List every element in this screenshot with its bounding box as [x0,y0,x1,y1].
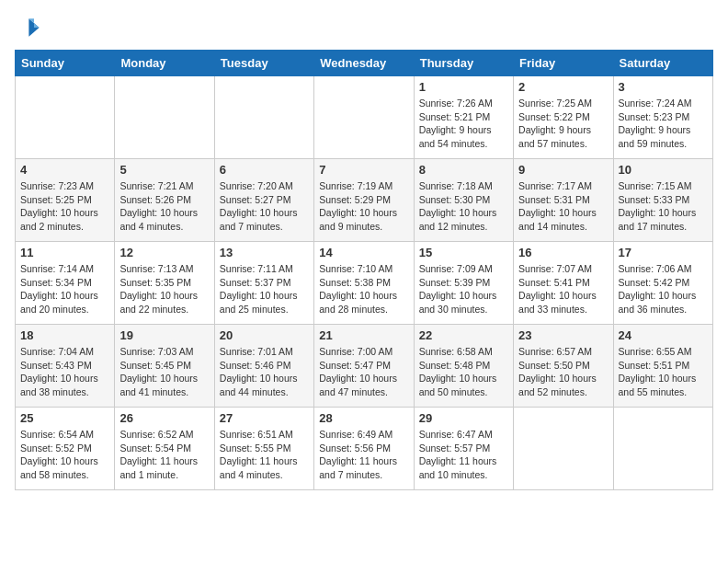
day-number: 18 [20,328,109,342]
day-cell [115,76,214,159]
day-number: 23 [518,328,608,342]
day-number: 13 [220,246,309,259]
day-info: Sunrise: 7:24 AM Sunset: 5:23 PM Dayligh… [619,97,708,151]
day-cell: 28Sunrise: 6:49 AM Sunset: 5:56 PM Dayli… [314,408,414,490]
day-cell: 3Sunrise: 7:24 AM Sunset: 5:23 PM Daylig… [613,76,712,159]
day-cell: 1Sunrise: 7:26 AM Sunset: 5:21 PM Daylig… [414,76,513,159]
header-cell-saturday: Saturday [613,51,712,76]
day-info: Sunrise: 7:00 AM Sunset: 5:47 PM Dayligh… [319,345,408,399]
day-info: Sunrise: 6:51 AM Sunset: 5:55 PM Dayligh… [220,428,309,482]
week-row-2: 11Sunrise: 7:14 AM Sunset: 5:34 PM Dayli… [16,242,713,325]
day-number: 11 [20,246,109,259]
day-info: Sunrise: 7:11 AM Sunset: 5:37 PM Dayligh… [220,262,309,316]
calendar-header: SundayMondayTuesdayWednesdayThursdayFrid… [16,51,713,76]
day-cell: 14Sunrise: 7:10 AM Sunset: 5:38 PM Dayli… [314,242,414,325]
day-number: 28 [319,411,408,425]
day-cell: 2Sunrise: 7:25 AM Sunset: 5:22 PM Daylig… [514,76,613,159]
day-cell: 15Sunrise: 7:09 AM Sunset: 5:39 PM Dayli… [414,242,513,325]
day-cell: 16Sunrise: 7:07 AM Sunset: 5:41 PM Dayli… [514,242,613,325]
day-cell: 8Sunrise: 7:18 AM Sunset: 5:30 PM Daylig… [414,159,513,242]
day-info: Sunrise: 6:52 AM Sunset: 5:54 PM Dayligh… [119,428,209,482]
day-info: Sunrise: 6:57 AM Sunset: 5:50 PM Dayligh… [518,345,608,399]
week-row-0: 1Sunrise: 7:26 AM Sunset: 5:21 PM Daylig… [16,76,713,159]
day-cell: 5Sunrise: 7:21 AM Sunset: 5:26 PM Daylig… [115,159,214,242]
day-cell: 25Sunrise: 6:54 AM Sunset: 5:52 PM Dayli… [16,408,115,490]
header-cell-friday: Friday [514,51,613,76]
day-number: 20 [220,328,309,342]
day-number: 6 [220,163,309,177]
calendar-body: 1Sunrise: 7:26 AM Sunset: 5:21 PM Daylig… [16,76,713,490]
day-info: Sunrise: 7:21 AM Sunset: 5:26 PM Dayligh… [119,179,209,234]
day-info: Sunrise: 7:01 AM Sunset: 5:46 PM Dayligh… [220,345,309,399]
header-row: SundayMondayTuesdayWednesdayThursdayFrid… [16,51,713,76]
day-info: Sunrise: 6:55 AM Sunset: 5:51 PM Dayligh… [619,345,708,399]
day-cell: 29Sunrise: 6:47 AM Sunset: 5:57 PM Dayli… [414,408,513,490]
day-number: 19 [119,328,209,342]
day-cell: 19Sunrise: 7:03 AM Sunset: 5:45 PM Dayli… [115,325,214,408]
header-cell-sunday: Sunday [16,51,115,76]
day-number: 21 [319,328,408,342]
day-number: 22 [419,328,508,342]
day-cell: 4Sunrise: 7:23 AM Sunset: 5:25 PM Daylig… [16,159,115,242]
day-number: 8 [419,163,508,177]
day-cell: 7Sunrise: 7:19 AM Sunset: 5:29 PM Daylig… [314,159,414,242]
day-cell: 21Sunrise: 7:00 AM Sunset: 5:47 PM Dayli… [314,325,414,408]
day-cell: 9Sunrise: 7:17 AM Sunset: 5:31 PM Daylig… [514,159,613,242]
day-cell: 24Sunrise: 6:55 AM Sunset: 5:51 PM Dayli… [613,325,712,408]
day-cell: 13Sunrise: 7:11 AM Sunset: 5:37 PM Dayli… [214,242,313,325]
day-info: Sunrise: 7:09 AM Sunset: 5:39 PM Dayligh… [419,262,508,316]
header-cell-thursday: Thursday [414,51,513,76]
day-info: Sunrise: 6:58 AM Sunset: 5:48 PM Dayligh… [419,345,508,399]
day-number: 5 [119,163,209,177]
day-number: 17 [619,246,708,259]
logo [15,15,44,40]
day-info: Sunrise: 7:06 AM Sunset: 5:42 PM Dayligh… [619,262,708,316]
day-number: 4 [20,163,109,177]
day-cell [613,408,712,490]
day-info: Sunrise: 7:13 AM Sunset: 5:35 PM Dayligh… [119,262,209,316]
day-info: Sunrise: 7:26 AM Sunset: 5:21 PM Dayligh… [419,97,508,151]
day-number: 3 [619,80,708,94]
day-number: 1 [419,80,508,94]
logo-icon [15,15,40,40]
day-cell: 10Sunrise: 7:15 AM Sunset: 5:33 PM Dayli… [613,159,712,242]
day-cell: 26Sunrise: 6:52 AM Sunset: 5:54 PM Dayli… [115,408,214,490]
day-number: 26 [119,411,209,425]
day-number: 24 [619,328,708,342]
week-row-3: 18Sunrise: 7:04 AM Sunset: 5:43 PM Dayli… [16,325,713,408]
day-cell [214,76,313,159]
week-row-1: 4Sunrise: 7:23 AM Sunset: 5:25 PM Daylig… [16,159,713,242]
calendar-table: SundayMondayTuesdayWednesdayThursdayFrid… [15,50,713,490]
day-cell [314,76,414,159]
header-cell-wednesday: Wednesday [314,51,414,76]
day-number: 7 [319,163,408,177]
day-number: 10 [619,163,708,177]
day-info: Sunrise: 7:04 AM Sunset: 5:43 PM Dayligh… [20,345,109,399]
day-cell: 17Sunrise: 7:06 AM Sunset: 5:42 PM Dayli… [613,242,712,325]
day-info: Sunrise: 7:03 AM Sunset: 5:45 PM Dayligh… [119,345,209,399]
day-info: Sunrise: 7:14 AM Sunset: 5:34 PM Dayligh… [20,262,109,316]
day-info: Sunrise: 6:49 AM Sunset: 5:56 PM Dayligh… [319,428,408,482]
day-number: 15 [419,246,508,259]
day-cell: 12Sunrise: 7:13 AM Sunset: 5:35 PM Dayli… [115,242,214,325]
header-cell-monday: Monday [115,51,214,76]
day-number: 14 [319,246,408,259]
day-cell: 23Sunrise: 6:57 AM Sunset: 5:50 PM Dayli… [514,325,613,408]
day-info: Sunrise: 7:25 AM Sunset: 5:22 PM Dayligh… [518,97,608,151]
day-info: Sunrise: 7:23 AM Sunset: 5:25 PM Dayligh… [20,179,109,234]
header-cell-tuesday: Tuesday [214,51,313,76]
day-number: 25 [20,411,109,425]
day-number: 27 [220,411,309,425]
day-number: 16 [518,246,608,259]
day-number: 2 [518,80,608,94]
day-info: Sunrise: 7:10 AM Sunset: 5:38 PM Dayligh… [319,262,408,316]
day-info: Sunrise: 7:19 AM Sunset: 5:29 PM Dayligh… [319,179,408,234]
week-row-4: 25Sunrise: 6:54 AM Sunset: 5:52 PM Dayli… [16,408,713,490]
day-info: Sunrise: 6:47 AM Sunset: 5:57 PM Dayligh… [419,428,508,482]
day-cell [514,408,613,490]
day-info: Sunrise: 7:15 AM Sunset: 5:33 PM Dayligh… [619,179,708,234]
day-cell: 6Sunrise: 7:20 AM Sunset: 5:27 PM Daylig… [214,159,313,242]
day-cell: 20Sunrise: 7:01 AM Sunset: 5:46 PM Dayli… [214,325,313,408]
day-cell [16,76,115,159]
day-info: Sunrise: 6:54 AM Sunset: 5:52 PM Dayligh… [20,428,109,482]
